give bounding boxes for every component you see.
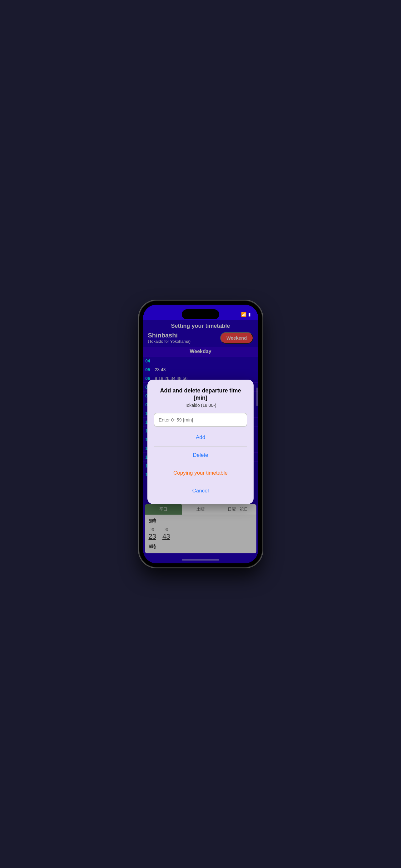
status-right: 📶 ▮ [232,312,251,317]
cancel-button[interactable]: Cancel [154,484,247,498]
wifi-icon: 📶 [241,312,246,317]
status-center [182,309,219,319]
phone-frame: 📶 ▮ Setting your timetable Shinbashi (To… [139,301,262,567]
copy-button[interactable]: Copying your timetable [154,466,247,480]
delete-button[interactable]: Delete [154,448,247,463]
divider-1 [154,446,247,446]
battery-icon: ▮ [248,312,251,317]
phone-screen: 📶 ▮ Setting your timetable Shinbashi (To… [143,305,258,563]
status-bar: 📶 ▮ [143,305,258,320]
dynamic-island [182,309,219,319]
modal-title: Add and delete departure time [min] [154,387,247,402]
divider-2 [154,464,247,464]
modal-overlay: Add and delete departure time [min] Toka… [143,320,258,563]
modal-dialog: Add and delete departure time [min] Toka… [147,380,254,504]
modal-subtitle: Tokaido (18:00-) [154,403,247,408]
app-content: Setting your timetable Shinbashi (Tokaid… [143,320,258,563]
divider-3 [154,482,247,482]
add-button[interactable]: Add [154,430,247,445]
minutes-input[interactable] [154,413,247,427]
